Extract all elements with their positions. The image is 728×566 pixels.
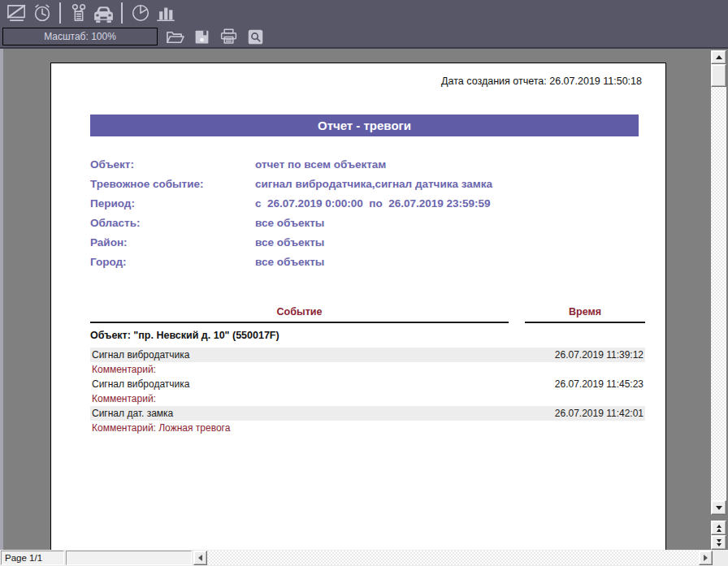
- report-created-date: Дата создания отчета: 26.07.2019 11:50:1…: [441, 76, 642, 87]
- page-indicator: Page 1/1: [1, 551, 64, 565]
- pie-chart-icon: [130, 2, 151, 24]
- report-title: Отчет - тревоги: [318, 119, 411, 132]
- horizontal-scrollbar-track[interactable]: [207, 551, 699, 565]
- report-viewport: Дата создания отчета: 26.07.2019 11:50:1…: [0, 47, 728, 550]
- comment-row: Комментарий:: [90, 391, 645, 406]
- print-report-button[interactable]: [219, 27, 238, 46]
- table-header: Событие Время: [90, 306, 645, 323]
- scroll-left-button[interactable]: [193, 551, 207, 565]
- time-column-header: Время: [525, 306, 645, 323]
- param-value: сигнал вибродатчика,сигнал датчика замка: [255, 178, 492, 190]
- scroll-right-button[interactable]: [699, 551, 713, 565]
- car-icon: [91, 3, 116, 24]
- time-cell: 26.07.2019 11:42:01: [555, 408, 644, 419]
- pie-chart-button[interactable]: [128, 2, 153, 25]
- toolbar-divider: [59, 2, 61, 24]
- event-cell: Сигнал вибродатчика: [92, 349, 189, 361]
- alarm-clock-icon: [32, 2, 53, 24]
- param-row: Тревожное событие: сигнал вибродатчика,с…: [90, 174, 492, 193]
- vertical-scrollbar[interactable]: [711, 50, 726, 550]
- report-title-bar: Отчет - тревоги: [90, 114, 639, 136]
- recorder-icon: [68, 2, 89, 24]
- bar-chart-icon: [154, 2, 177, 24]
- left-edge-strip: [0, 49, 3, 550]
- scale-label: Масштаб: 100%: [44, 31, 116, 42]
- event-cell: Сигнал дат. замка: [92, 408, 173, 419]
- recorder-button[interactable]: [66, 2, 91, 25]
- param-label: Область:: [90, 217, 255, 229]
- table-row: Сигнал дат. замка 26.07.2019 11:42:01: [90, 406, 645, 421]
- object-group-title: Объект: "пр. Невский д. 10" (550017F): [90, 330, 280, 341]
- param-row: Город: все объекты: [90, 252, 492, 271]
- car-button[interactable]: [91, 2, 116, 25]
- print-icon: [219, 28, 238, 46]
- table-row: Сигнал вибродатчика 26.07.2019 11:39:12: [90, 348, 645, 362]
- param-label: Тревожное событие:: [90, 178, 255, 190]
- param-row: Объект: отчет по всем объектам: [90, 154, 492, 174]
- up-arrow-icon: [716, 55, 722, 59]
- time-cell: 26.07.2019 11:39:12: [555, 349, 644, 361]
- param-label: Город:: [90, 256, 255, 268]
- toolbar-row-2: [165, 26, 265, 47]
- report-viewer-window: Масштаб: 100%: [0, 0, 728, 566]
- monitor-off-button[interactable]: [4, 2, 29, 25]
- report-params: Объект: отчет по всем объектам Тревожное…: [90, 154, 492, 271]
- report-page: Дата создания отчета: 26.07.2019 11:50:1…: [50, 63, 666, 550]
- status-bar: Page 1/1: [0, 550, 728, 566]
- double-up-arrow-icon: [717, 525, 722, 532]
- event-cell: Сигнал вибродатчика: [92, 378, 189, 390]
- event-rows: Сигнал вибродатчика 26.07.2019 11:39:12 …: [90, 348, 645, 435]
- time-cell: 26.07.2019 11:45:23: [555, 378, 644, 390]
- next-page-button[interactable]: [711, 535, 726, 550]
- comment-row: Комментарий: Ложная тревога: [90, 421, 645, 435]
- toolbar-divider: [121, 2, 123, 24]
- param-value: все объекты: [255, 217, 324, 229]
- toolbar: Масштаб: 100%: [0, 0, 728, 47]
- left-arrow-icon: [198, 555, 202, 561]
- status-panel-empty: [66, 551, 192, 565]
- vertical-scrollbar-thumb[interactable]: [711, 64, 726, 87]
- save-icon: [193, 28, 210, 45]
- scroll-up-button[interactable]: [711, 50, 726, 64]
- table-row: Сигнал вибродатчика 26.07.2019 11:45:23: [90, 377, 645, 391]
- param-value: все объекты: [255, 236, 324, 248]
- scrollbar-gap: [711, 515, 726, 521]
- monitor-off-icon: [6, 2, 28, 24]
- page-indicator-label: Page 1/1: [5, 553, 42, 563]
- open-folder-icon: [166, 28, 184, 46]
- param-row: Район: все объекты: [90, 232, 492, 252]
- column-gap: [509, 306, 525, 323]
- search-icon: [247, 28, 264, 45]
- vertical-scrollbar-track[interactable]: [711, 87, 726, 500]
- param-label: Район:: [90, 236, 255, 248]
- alarm-clock-button[interactable]: [29, 2, 54, 25]
- open-report-button[interactable]: [165, 27, 184, 46]
- param-row: Период: с 26.07.2019 0:00:00 по 26.07.20…: [90, 193, 492, 213]
- down-arrow-icon: [716, 506, 722, 510]
- param-row: Область: все объекты: [90, 213, 492, 232]
- toolbar-row-1: [0, 0, 728, 26]
- bar-chart-button[interactable]: [153, 2, 178, 25]
- param-value: все объекты: [255, 256, 324, 268]
- param-label: Объект:: [90, 158, 255, 171]
- param-value: отчет по всем объектам: [255, 158, 386, 171]
- scale-indicator: Масштаб: 100%: [2, 28, 158, 45]
- comment-row: Комментарий:: [90, 362, 645, 377]
- previous-page-button[interactable]: [711, 521, 726, 535]
- preview-search-button[interactable]: [245, 27, 265, 46]
- save-report-button[interactable]: [192, 27, 211, 46]
- event-column-header: Событие: [90, 306, 509, 323]
- horizontal-scrollbar[interactable]: [193, 551, 713, 565]
- param-value: с 26.07.2019 0:00:00 по 26.07.2019 23:59…: [255, 197, 491, 210]
- param-label: Период:: [90, 197, 255, 210]
- double-down-arrow-icon: [717, 539, 722, 547]
- right-arrow-icon: [704, 555, 708, 561]
- scroll-down-button[interactable]: [711, 500, 726, 515]
